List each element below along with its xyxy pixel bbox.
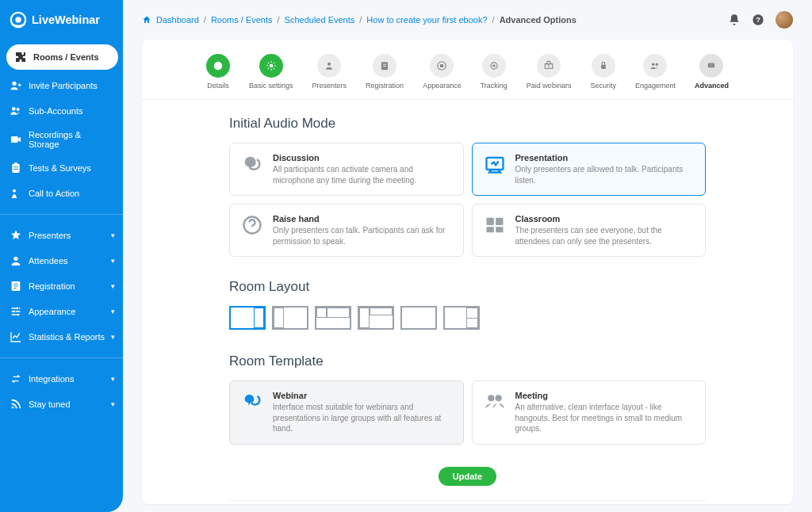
content-card: iDetailsBasic settingsPresentersRegistra… bbox=[142, 40, 793, 504]
tab-registration[interactable]: Registration bbox=[366, 54, 404, 90]
video-icon bbox=[10, 133, 22, 146]
sidebar-item-label: Registration bbox=[29, 281, 75, 291]
option-desc: An alternative, clean interface layout -… bbox=[515, 402, 695, 434]
audio-option-classroom[interactable]: ClassroomThe presenters can see everyone… bbox=[472, 204, 707, 257]
breadcrumb-sep: / bbox=[204, 15, 206, 25]
tab-paid-webinars[interactable]: $Paid webinars bbox=[527, 54, 572, 90]
layout-option-1[interactable] bbox=[229, 306, 266, 330]
breadcrumb-current: Advanced Options bbox=[500, 15, 576, 25]
sidebar-divider bbox=[0, 357, 123, 358]
sidebar-item-stay-tuned[interactable]: Stay tuned▾ bbox=[0, 392, 123, 417]
sidebar-item-rooms-events[interactable]: Rooms / Events bbox=[6, 44, 118, 70]
option-icon bbox=[484, 214, 506, 236]
tab-circle bbox=[643, 54, 667, 78]
tab-engagement[interactable]: Engagement bbox=[635, 54, 676, 90]
option-icon bbox=[241, 153, 263, 175]
breadcrumb-link[interactable]: Scheduled Events bbox=[285, 15, 355, 25]
sidebar-item-label: Integrations bbox=[29, 374, 74, 384]
sidebar-item-label: Statistics & Reports bbox=[29, 332, 105, 342]
template-option-meeting[interactable]: MeetingAn alternative, clean interface l… bbox=[472, 380, 707, 445]
tab-tracking[interactable]: Tracking bbox=[481, 54, 508, 90]
sidebar-item-label: Attendees bbox=[29, 256, 68, 266]
breadcrumb: Dashboard / Rooms / Events / Scheduled E… bbox=[142, 15, 576, 25]
tab-circle: $ bbox=[537, 54, 561, 78]
sidebar-item-label: Presenters bbox=[29, 231, 71, 240]
star-icon bbox=[10, 229, 22, 242]
layout-option-3[interactable] bbox=[315, 306, 351, 330]
home-icon[interactable] bbox=[142, 15, 151, 25]
option-icon bbox=[241, 391, 263, 413]
tab-advanced[interactable]: Advanced bbox=[695, 54, 729, 90]
option-icon bbox=[484, 153, 506, 175]
tab-label: Tracking bbox=[481, 82, 508, 90]
option-desc: Only presenters can talk. Participants c… bbox=[273, 225, 452, 246]
svg-point-9 bbox=[13, 257, 17, 261]
tab-presenters[interactable]: Presenters bbox=[312, 54, 347, 90]
brand-logo[interactable]: LiveWebinar bbox=[0, 0, 123, 38]
option-title: Meeting bbox=[515, 391, 695, 400]
sidebar-item-label: Recordings & Storage bbox=[29, 130, 113, 149]
layout-option-2[interactable] bbox=[272, 306, 308, 330]
sidebar-item-invite-participants[interactable]: Invite Participants bbox=[0, 73, 123, 98]
sidebar-item-recordings-storage[interactable]: Recordings & Storage bbox=[0, 124, 123, 155]
breadcrumb-sep: / bbox=[359, 15, 362, 25]
sidebar-item-label: Tests & Surveys bbox=[29, 163, 91, 173]
svg-rect-36 bbox=[496, 227, 503, 232]
bell-icon[interactable] bbox=[728, 13, 741, 26]
tab-basic-settings[interactable]: Basic settings bbox=[249, 54, 293, 90]
sidebar-item-label: Rooms / Events bbox=[33, 52, 99, 62]
sidebar-item-registration[interactable]: Registration▾ bbox=[0, 273, 123, 299]
section-title-audio: Initial Audio Mode bbox=[229, 116, 706, 132]
tab-security[interactable]: Security bbox=[590, 54, 616, 90]
breadcrumb-link[interactable]: Rooms / Events bbox=[211, 15, 273, 25]
tab-circle: i bbox=[206, 54, 230, 78]
svg-point-12 bbox=[13, 311, 16, 313]
sidebar-item-presenters[interactable]: Presenters▾ bbox=[0, 223, 123, 248]
template-option-webinar[interactable]: WebinarInterface most suitable for webin… bbox=[229, 380, 464, 445]
topbar-right: ? bbox=[728, 11, 793, 29]
tab-appearance[interactable]: Appearance bbox=[423, 54, 462, 90]
audio-option-presentation[interactable]: PresentationOnly presenters are allowed … bbox=[472, 143, 707, 196]
tab-label: Presenters bbox=[312, 82, 347, 90]
user-icon bbox=[10, 254, 22, 267]
sidebar-item-attendees[interactable]: Attendees▾ bbox=[0, 248, 123, 273]
svg-point-1 bbox=[15, 17, 21, 22]
breadcrumb-link[interactable]: Dashboard bbox=[156, 15, 199, 25]
svg-rect-35 bbox=[486, 227, 493, 232]
tab-circle bbox=[430, 54, 454, 78]
audio-option-discussion[interactable]: DiscussionAll participants can activate … bbox=[229, 143, 464, 196]
clipboard-icon bbox=[10, 162, 22, 174]
layout-option-6[interactable] bbox=[443, 306, 480, 330]
avatar[interactable] bbox=[776, 11, 793, 29]
option-icon bbox=[484, 391, 506, 413]
sidebar-item-label: Sub-Accounts bbox=[29, 106, 82, 116]
chart-icon bbox=[10, 331, 22, 343]
content: Initial Audio Mode DiscussionAll partici… bbox=[142, 100, 793, 504]
tab-circle bbox=[373, 54, 396, 78]
audio-option-raise-hand[interactable]: Raise handOnly presenters can talk. Part… bbox=[229, 204, 464, 257]
layout-option-4[interactable] bbox=[358, 306, 394, 330]
sidebar: LiveWebinar Rooms / EventsInvite Partici… bbox=[0, 0, 123, 512]
sidebar-item-label: Stay tuned bbox=[29, 399, 71, 409]
sidebar-item-statistics-reports[interactable]: Statistics & Reports▾ bbox=[0, 324, 123, 350]
sidebar-item-call-to-action[interactable]: Call to Action bbox=[0, 181, 123, 206]
svg-rect-33 bbox=[486, 218, 493, 225]
svg-rect-34 bbox=[496, 218, 503, 225]
layout-option-5[interactable] bbox=[400, 306, 437, 330]
sidebar-item-tests-surveys[interactable]: Tests & Surveys bbox=[0, 155, 123, 181]
update-row: Update bbox=[229, 467, 706, 486]
sidebar-item-integrations[interactable]: Integrations▾ bbox=[0, 366, 123, 392]
tab-details[interactable]: iDetails bbox=[206, 54, 230, 90]
tab-circle bbox=[699, 54, 723, 78]
svg-point-37 bbox=[488, 395, 494, 401]
sidebar-item-sub-accounts[interactable]: Sub-Accounts bbox=[0, 98, 123, 124]
help-icon[interactable]: ? bbox=[752, 13, 764, 26]
breadcrumb-sep: / bbox=[278, 15, 280, 25]
update-button[interactable]: Update bbox=[439, 467, 496, 486]
sidebar-item-appearance[interactable]: Appearance▾ bbox=[0, 299, 123, 324]
brand-name: LiveWebinar bbox=[32, 13, 100, 26]
breadcrumb-link[interactable]: How to create your first ebook? bbox=[366, 15, 487, 25]
option-title: Presentation bbox=[515, 153, 695, 162]
svg-rect-5 bbox=[11, 136, 18, 143]
option-title: Classroom bbox=[515, 214, 695, 224]
